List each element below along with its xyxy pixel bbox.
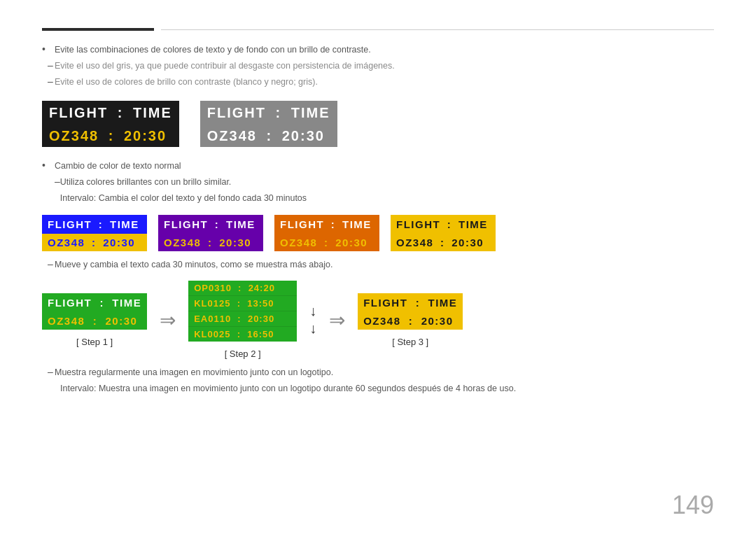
cfb-blue-val: 20:30 <box>103 237 135 248</box>
bullet-item-8: – Muestra regularmente una imagen en mov… <box>42 366 714 379</box>
cfb-orange-time: TIME <box>342 218 372 230</box>
steps-section: FLIGHT : TIME OZ348 : 20:30 [ Step 1 ] ⇒… <box>42 281 714 359</box>
colon-dark-1: : <box>112 105 129 121</box>
top-bar-accent <box>42 28 154 31</box>
step-2-block: OP0310 : 24:20 KL0125 : 13:50 EA0110 : 2… <box>188 281 297 359</box>
bullet-text-2: Evite el uso del gris, ya que puede cont… <box>55 59 395 73</box>
cfb-purple-colon1: : <box>211 218 223 230</box>
bullet-dash-icon-7 <box>42 382 60 393</box>
bullet-text-4: Cambio de color de texto normal <box>55 160 181 173</box>
flight-box-grey-header: FLIGHT : TIME <box>200 101 337 125</box>
bullet-text-5: Utiliza colores brillantes con un brillo… <box>60 176 232 189</box>
time-value-grey: 20:30 <box>282 128 325 144</box>
bullet-item-3: – Evite el uso de colores de brillo con … <box>42 76 714 89</box>
cfb-orange-colon1: : <box>327 218 340 230</box>
flight-boxes-primary: FLIGHT : TIME OZ348 : 20:30 FLIGHT : TIM… <box>42 101 714 147</box>
bullet-text-1: Evite las combinaciones de colores de te… <box>55 43 371 57</box>
bullet-item-6: Intervalo: Cambia el color del texto y d… <box>42 192 714 205</box>
step1-flight-box: FLIGHT : TIME OZ348 : 20:30 <box>42 293 147 330</box>
colon-grey-1: : <box>270 105 287 121</box>
flight-box-dark-header: FLIGHT : TIME <box>42 101 179 125</box>
bullet-item-4: • Cambio de color de texto normal <box>42 160 714 173</box>
step2-label: [ Step 2 ] <box>225 349 261 359</box>
flight-box-orange: FLIGHT : TIME OZ348 : 20:30 <box>274 215 379 251</box>
cfb-yellow-time: TIME <box>458 218 488 230</box>
cfb-blue-oz: OZ348 <box>48 237 85 248</box>
page-number: 149 <box>672 491 714 520</box>
bullet-dash-icon-6: – <box>42 366 55 377</box>
time-value-dark: 20:30 <box>124 128 167 144</box>
cfb-purple-flight: FLIGHT <box>164 218 208 230</box>
cfb-purple-row1: FLIGHT : TIME <box>158 215 263 234</box>
arrow-down-1: ↓ <box>309 303 316 319</box>
cfb-orange-row2: OZ348 : 20:30 <box>274 234 379 251</box>
oz-label-dark: OZ348 <box>49 128 99 144</box>
arrow-down-icon: ↓ ↓ <box>309 303 316 337</box>
bullet-dash-icon-5: – <box>42 258 55 269</box>
time-label-dark: TIME <box>133 105 172 121</box>
colon-dark-2: : <box>103 128 120 144</box>
arrow-down-2: ↓ <box>309 321 316 337</box>
bullet-dash-icon-2: – <box>42 76 55 87</box>
step3-flight-box: FLIGHT : TIME OZ348 : 20:30 <box>358 293 463 330</box>
top-bar-line <box>161 29 714 30</box>
cfb-purple-val: 20:30 <box>219 237 251 248</box>
flight-box-dark-data: OZ348 : 20:30 <box>42 125 179 147</box>
flight-box-purple: FLIGHT : TIME OZ348 : 20:30 <box>158 215 263 251</box>
cfb-orange-val: 20:30 <box>335 237 368 248</box>
cfb-yellow-row1: FLIGHT : TIME <box>391 215 496 234</box>
cfb-purple-row2: OZ348 : 20:30 <box>158 234 263 251</box>
bullet-item-2: – Evite el uso del gris, ya que puede co… <box>42 59 714 73</box>
color-boxes-row: FLIGHT : TIME OZ348 : 20:30 FLIGHT : TIM… <box>42 215 714 251</box>
cfb-yellow-val: 20:30 <box>451 237 484 248</box>
step2-flight-list: OP0310 : 24:20 KL0125 : 13:50 EA0110 : 2… <box>188 281 297 342</box>
flight-label-dark: FLIGHT <box>49 105 108 121</box>
step2-row-1: OP0310 : 24:20 <box>188 281 297 296</box>
bullet-dot-icon: • <box>42 43 55 55</box>
flight-box-blue: FLIGHT : TIME OZ348 : 20:30 <box>42 215 147 251</box>
bullet-dash-icon-1: – <box>42 59 55 71</box>
step1-label: [ Step 1 ] <box>76 337 113 347</box>
bullet-section-1: • Evite las combinaciones de colores de … <box>42 43 714 88</box>
step1-data: OZ348 : 20:30 <box>42 312 147 330</box>
step2-row-2: KL0125 : 13:50 <box>188 296 297 311</box>
cfb-blue-colon1: : <box>94 218 107 230</box>
step2-row-3: EA0110 : 20:30 <box>188 311 297 327</box>
bullet-text-6: Intervalo: Cambia el color del texto y d… <box>60 192 307 205</box>
step2-row-4: KL0025 : 16:50 <box>188 327 297 342</box>
cfb-blue-row2: OZ348 : 20:30 <box>42 234 147 251</box>
cfb-blue-row1: FLIGHT : TIME <box>42 215 147 234</box>
bullet-dash-icon-4 <box>42 192 60 203</box>
bullet-section-2: • Cambio de color de texto normal – Util… <box>42 160 714 204</box>
bullet-dash-icon-3: – <box>42 176 60 187</box>
cfb-orange-colon2: : <box>320 237 332 248</box>
arrow-right-2: ⇒ <box>329 309 345 332</box>
cfb-yellow-colon2: : <box>436 237 449 248</box>
step1-header: FLIGHT : TIME <box>42 293 147 312</box>
flight-label-grey: FLIGHT <box>207 105 266 121</box>
cfb-purple-colon2: : <box>204 237 216 248</box>
step-3-block: FLIGHT : TIME OZ348 : 20:30 [ Step 3 ] <box>358 293 463 347</box>
cfb-blue-flight: FLIGHT <box>48 218 92 230</box>
flight-box-grey: FLIGHT : TIME OZ348 : 20:30 <box>200 101 337 147</box>
flight-box-dark: FLIGHT : TIME OZ348 : 20:30 <box>42 101 179 147</box>
bullet-text-8: Muestra regularmente una imagen en movim… <box>55 366 333 379</box>
top-bar <box>42 28 714 31</box>
cfb-blue-colon2: : <box>88 237 100 248</box>
oz-label-grey: OZ348 <box>207 128 257 144</box>
colon-grey-2: : <box>261 128 278 144</box>
flight-box-yellow: FLIGHT : TIME OZ348 : 20:30 <box>391 215 496 251</box>
step3-data: OZ348 : 20:30 <box>358 312 463 330</box>
bullet-dot-icon-2: • <box>42 160 55 171</box>
arrow-right-1: ⇒ <box>160 309 176 332</box>
bottom-bullet-section: – Muestra regularmente una imagen en mov… <box>42 366 714 395</box>
cfb-blue-time: TIME <box>110 218 139 230</box>
bullet-item-1: • Evite las combinaciones de colores de … <box>42 43 714 57</box>
step3-header: FLIGHT : TIME <box>358 293 463 312</box>
cfb-orange-row1: FLIGHT : TIME <box>274 215 379 234</box>
step-1-block: FLIGHT : TIME OZ348 : 20:30 [ Step 1 ] <box>42 293 147 347</box>
cfb-purple-oz: OZ348 <box>164 237 201 248</box>
bullet-item-7: – Mueve y cambia el texto cada 30 minuto… <box>42 258 714 272</box>
bullet-text-7: Mueve y cambia el texto cada 30 minutos,… <box>55 258 332 272</box>
bullet-text-3: Evite el uso de colores de brillo con co… <box>55 76 318 89</box>
